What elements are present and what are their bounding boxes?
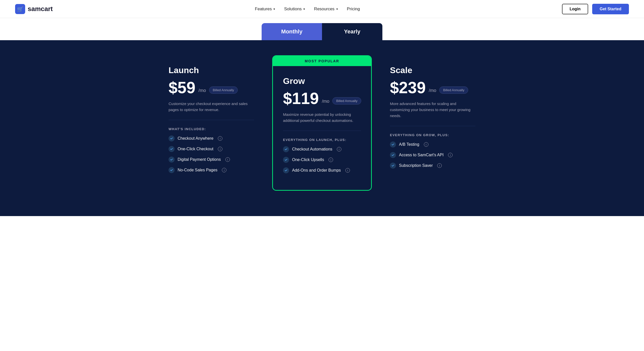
info-icon[interactable]: i	[345, 168, 350, 173]
check-icon	[283, 167, 289, 173]
feature-item: Checkout Anywhere i	[169, 135, 254, 141]
info-icon[interactable]: i	[222, 168, 226, 172]
billing-toggle: Monthly Yearly	[262, 23, 382, 40]
feature-text: Subscription Saver	[399, 163, 433, 168]
feature-item: No-Code Sales Pages i	[169, 167, 254, 173]
check-icon	[390, 152, 396, 158]
plan-name: Launch	[169, 65, 254, 75]
pricing-card-scale: Scale $239 /mo Billed Annually More adva…	[380, 55, 486, 191]
includes-label: WHAT'S INCLUDED:	[169, 127, 254, 131]
feature-item: Subscription Saver i	[390, 163, 475, 169]
info-icon[interactable]: i	[424, 142, 428, 147]
feature-item: Checkout Automations i	[283, 146, 361, 152]
plan-name: Grow	[283, 76, 361, 86]
logo[interactable]: 🛒 samcart	[15, 4, 53, 14]
feature-text: Digital Payment Options	[178, 157, 221, 162]
popular-badge: MOST POPULAR	[273, 56, 371, 66]
plan-price: $239	[390, 80, 426, 96]
navigation: 🛒 samcart Features▾Solutions▾Resources▾P…	[0, 0, 644, 18]
check-icon	[169, 146, 175, 152]
plan-price-period: /mo	[429, 88, 436, 96]
check-icon	[169, 135, 175, 141]
check-icon	[169, 167, 175, 173]
yearly-tab[interactable]: Yearly	[322, 23, 382, 40]
feature-text: Access to SamCart's API	[399, 153, 444, 157]
check-icon	[390, 163, 396, 169]
pricing-cards: Launch $59 /mo Billed Annually Customize…	[158, 55, 486, 191]
check-icon	[169, 157, 175, 163]
monthly-tab[interactable]: Monthly	[262, 23, 322, 40]
feature-item: Digital Payment Options i	[169, 157, 254, 163]
billed-badge: Billed Annually	[209, 86, 238, 94]
plan-price-row: $119 /mo Billed Annually	[283, 90, 361, 107]
feature-item: One-Click Checkout i	[169, 146, 254, 152]
info-icon[interactable]: i	[437, 163, 442, 168]
billed-badge: Billed Annually	[332, 97, 361, 105]
nav-actions: Login Get Started	[562, 4, 629, 14]
feature-item: One-Click Upsells i	[283, 157, 361, 163]
info-icon[interactable]: i	[218, 136, 222, 141]
includes-label: EVERYTHING ON LAUNCH, PLUS:	[283, 138, 361, 142]
chevron-down-icon: ▾	[336, 7, 338, 11]
feature-text: One-Click Checkout	[178, 147, 213, 151]
billed-badge: Billed Annually	[439, 86, 468, 94]
feature-text: Checkout Automations	[292, 147, 332, 152]
card-divider	[283, 131, 361, 131]
info-icon[interactable]: i	[218, 147, 222, 151]
pricing-card-launch: Launch $59 /mo Billed Annually Customize…	[158, 55, 264, 191]
plan-price-row: $239 /mo Billed Annually	[390, 80, 475, 96]
pricing-section: Launch $59 /mo Billed Annually Customize…	[0, 40, 644, 216]
billing-toggle-section: Monthly Yearly	[0, 18, 644, 40]
nav-link-pricing[interactable]: Pricing	[347, 7, 360, 12]
check-icon	[390, 141, 396, 147]
check-icon	[283, 146, 289, 152]
info-icon[interactable]: i	[337, 147, 341, 152]
get-started-button[interactable]: Get Started	[592, 4, 629, 14]
login-button[interactable]: Login	[562, 4, 588, 14]
feature-text: One-Click Upsells	[292, 158, 324, 162]
feature-text: Add-Ons and Order Bumps	[292, 168, 341, 173]
plan-price: $119	[283, 90, 319, 107]
feature-item: Access to SamCart's API i	[390, 152, 475, 158]
plan-name: Scale	[390, 65, 475, 75]
nav-links: Features▾Solutions▾Resources▾Pricing	[255, 7, 360, 12]
feature-text: No-Code Sales Pages	[178, 168, 217, 172]
plan-price-row: $59 /mo Billed Annually	[169, 80, 254, 96]
nav-link-resources[interactable]: Resources▾	[314, 7, 338, 12]
plan-description: Maximize revenue potential by unlocking …	[283, 112, 361, 124]
info-icon[interactable]: i	[329, 158, 333, 162]
check-icon	[283, 157, 289, 163]
pricing-card-popular-wrapper: MOST POPULAR Grow $119 /mo Billed Annual…	[272, 55, 372, 191]
feature-text: A/B Testing	[399, 142, 419, 147]
feature-item: A/B Testing i	[390, 141, 475, 147]
logo-text: samcart	[28, 5, 53, 13]
plan-description: More advanced features for scaling and c…	[390, 101, 475, 119]
nav-link-features[interactable]: Features▾	[255, 7, 275, 12]
card-divider	[169, 120, 254, 120]
chevron-down-icon: ▾	[273, 7, 275, 11]
feature-item: Add-Ons and Order Bumps i	[283, 167, 361, 173]
pricing-card-grow: Grow $119 /mo Billed Annually Maximize r…	[273, 66, 371, 190]
card-divider	[390, 126, 475, 126]
chevron-down-icon: ▾	[303, 7, 305, 11]
feature-text: Checkout Anywhere	[178, 136, 213, 141]
nav-link-solutions[interactable]: Solutions▾	[284, 7, 305, 12]
plan-description: Customize your checkout experience and s…	[169, 101, 254, 113]
info-icon[interactable]: i	[225, 157, 230, 162]
plan-price: $59	[169, 80, 195, 96]
logo-icon: 🛒	[15, 4, 25, 14]
plan-price-period: /mo	[198, 88, 206, 96]
plan-price-period: /mo	[322, 99, 329, 107]
info-icon[interactable]: i	[448, 153, 453, 157]
includes-label: EVERYTHING ON GROW, PLUS:	[390, 133, 475, 137]
